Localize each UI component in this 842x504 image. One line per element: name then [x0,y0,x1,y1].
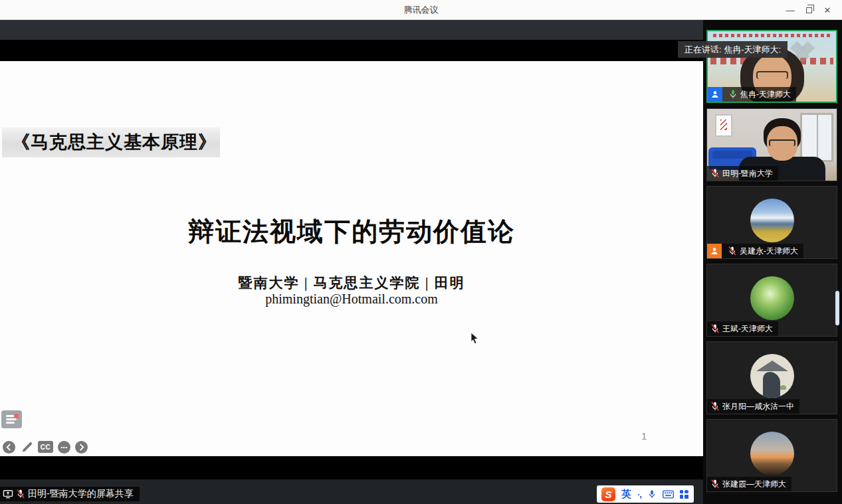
screen-letterbox-top [0,40,703,61]
next-slide-button[interactable] [75,441,88,454]
mic-muted-icon [15,489,26,499]
mic-muted-icon [710,323,720,334]
arrow-left-icon [5,444,13,451]
shared-screen-area: 《马克思主义基本原理》 辩证法视域下的劳动价值论 暨南大学 | 马克思主义学院 … [0,20,703,504]
participant-name: 王斌-天津师大 [722,323,773,335]
mic-muted-icon [710,168,720,179]
course-title-badge: 《马克思主义基本原理》 [2,127,220,157]
mic-muted-icon [710,401,720,412]
screen-share-label: 田明-暨南大学的屏幕共享 [28,488,134,500]
participant-tile[interactable]: 张月阳—咸水沽一中 [706,341,837,414]
participant-label: 王斌-天津师大 [707,321,778,336]
pencil-icon [21,441,33,454]
window-title: 腾讯会议 [0,0,842,20]
slide-email: phimingtian@Hotmail.com.com [0,292,703,307]
mouse-cursor [469,332,480,345]
mic-muted-icon [727,246,738,256]
minimize-button[interactable]: — [781,0,799,20]
participant-tile[interactable]: 田明-暨南大学 [706,108,837,181]
pen-tool-button[interactable] [20,440,33,454]
title-bar: 腾讯会议 — ✕ [0,0,842,20]
participant-name: 田明-暨南大学 [722,168,773,179]
participant-label: 焦冉-天津师大 [708,87,796,102]
participant-tile[interactable]: 张建霞—天津师大 [706,419,837,492]
mic-on-icon [728,89,738,100]
ime-keyboard-icon[interactable] [663,490,674,499]
participant-label: 田明-暨南大学 [707,166,778,181]
participant-label: 张月阳—咸水沽一中 [707,399,799,414]
sidebar-scrollbar[interactable] [835,291,839,325]
meeting-bottom-bar: 田明-暨南大学的屏幕共享 S 英 ·, [0,479,703,504]
sogou-logo-icon[interactable]: S [601,487,615,501]
participant-name: 张建霞—天津师大 [722,479,786,490]
more-dots-icon: ••• [61,444,68,450]
monitor-share-icon [3,489,13,499]
window-controls: — ✕ [781,0,837,20]
active-speaker-toast: 正在讲话: 焦冉-天津师大: [678,41,788,58]
participant-tile[interactable]: 吴建永-天津师大 [706,186,837,259]
slide-page-number: 1 [641,430,647,442]
slide-author-line: 暨南大学 | 马克思主义学院 | 田明 [0,274,703,292]
more-options-button[interactable]: ••• [58,441,70,454]
arrow-right-icon [78,444,85,451]
participants-sidebar: 焦冉-天津师大 田明-暨南大学 [703,20,842,504]
presenter-controls: CC ••• [3,440,88,454]
previous-slide-button[interactable] [3,441,15,454]
presentation-slide: 《马克思主义基本原理》 辩证法视域下的劳动价值论 暨南大学 | 马克思主义学院 … [0,61,703,456]
ime-language-toggle[interactable]: 英 [621,488,631,501]
meeting-top-band [0,20,703,40]
ime-toolbar: S 英 ·, [597,485,694,503]
mic-muted-icon [710,479,720,489]
close-button[interactable]: ✕ [818,0,837,20]
participant-label: 吴建永-天津师大 [707,244,803,258]
restore-button[interactable] [799,0,818,20]
screen-share-badge: 田明-暨南大学的屏幕共享 [0,487,140,501]
notification-dot [14,414,19,418]
participant-name: 吴建永-天津师大 [740,246,798,257]
ime-voice-icon[interactable] [647,489,657,499]
captions-button[interactable]: CC [38,441,53,453]
member-role-icon [707,244,722,258]
participant-avatar [750,432,794,475]
participant-avatar [750,354,794,398]
participant-name: 焦冉-天津师大 [740,89,791,100]
member-role-icon [708,87,722,102]
slide-list-button[interactable] [1,410,22,428]
ime-punctuation-toggle[interactable]: ·, [637,489,641,499]
tencent-meeting-window: 腾讯会议 — ✕ 《马克思主义基本原理》 辩证法视域下的劳动价值论 暨南大学 |… [0,0,842,504]
watermark-icon [788,41,828,63]
participant-label: 张建霞—天津师大 [707,477,791,491]
participant-avatar [750,199,794,242]
slide-title: 辩证法视域下的劳动价值论 [0,214,703,250]
participant-name: 张月阳—咸水沽一中 [722,401,794,412]
participant-avatar [750,276,794,320]
restore-icon [806,7,812,13]
screen-letterbox-bottom [0,456,703,479]
participant-tile[interactable]: 王斌-天津师大 [706,264,837,337]
ime-toolbox-icon[interactable] [680,490,688,499]
